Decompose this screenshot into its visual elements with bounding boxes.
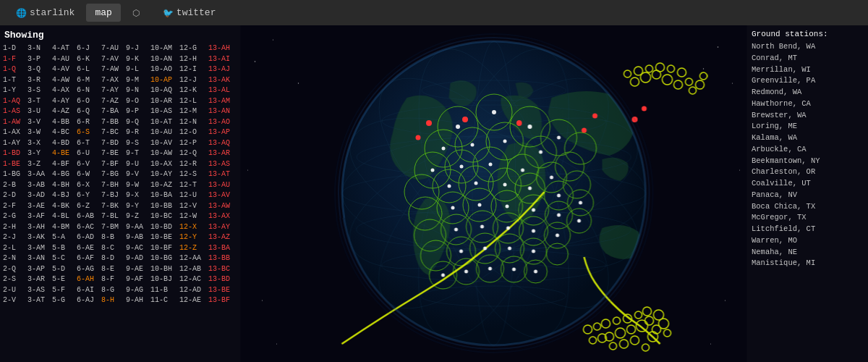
ground-station-item[interactable]: Coalville, UT	[752, 178, 865, 190]
satellite-item[interactable]: 2-F	[3, 201, 26, 212]
satellite-item[interactable]: 9-AE	[126, 264, 149, 275]
satellite-item[interactable]: 3-V	[27, 117, 51, 128]
satellite-item[interactable]: 4-BL	[52, 211, 75, 222]
satellite-item[interactable]: 4-AT	[52, 43, 75, 54]
satellite-item[interactable]: 4-BB	[52, 117, 75, 128]
satellite-item[interactable]: 6-V	[77, 159, 100, 170]
satellite-item[interactable]: 3-U	[27, 106, 51, 117]
satellite-item[interactable]: 2-H	[3, 222, 26, 233]
satellite-item[interactable]: 8-C	[101, 243, 124, 254]
nav-twitter[interactable]: twitter	[154, 4, 225, 22]
satellite-item[interactable]: 12-P	[179, 138, 207, 149]
satellite-item[interactable]: 9-O	[126, 96, 149, 107]
ground-station-item[interactable]: Beekmantown, NY	[752, 156, 865, 167]
satellite-item[interactable]: 13-AO	[208, 117, 236, 128]
satellite-item[interactable]: 4-AZ	[52, 106, 75, 117]
satellite-item[interactable]: 4-AW	[52, 75, 75, 86]
satellite-item[interactable]: 10-BA	[150, 190, 178, 201]
satellite-item[interactable]: 9-W	[126, 180, 149, 191]
satellite-item[interactable]: 10-AZ	[150, 180, 178, 191]
satellite-item[interactable]: 12-I	[179, 64, 207, 75]
satellite-item[interactable]: 1-AX	[3, 127, 26, 138]
satellite-item[interactable]: 5-A	[52, 232, 75, 243]
satellite-item[interactable]: 12-X	[179, 222, 207, 233]
satellite-item[interactable]: 7-BC	[101, 127, 124, 138]
satellite-item[interactable]: 10-AU	[150, 127, 178, 138]
satellite-item[interactable]: 10-AV	[150, 138, 178, 149]
satellite-item[interactable]: 7-AZ	[101, 96, 124, 107]
satellite-item[interactable]: 2-B	[3, 180, 26, 191]
satellite-item[interactable]: 12-N	[179, 117, 207, 128]
satellite-item[interactable]: 10-AQ	[150, 85, 178, 96]
satellite-item[interactable]: 6-M	[77, 75, 100, 86]
satellite-item[interactable]: 10-AR	[150, 96, 178, 107]
satellite-item[interactable]: 10-AS	[150, 106, 178, 117]
satellite-item[interactable]: 13-AM	[208, 96, 236, 107]
satellite-item[interactable]: 1-AQ	[3, 96, 26, 107]
satellite-item[interactable]: 10-BF	[150, 243, 178, 254]
satellite-item[interactable]: 1-AS	[3, 106, 26, 117]
satellite-item[interactable]: 4-BC	[52, 127, 75, 138]
satellite-item[interactable]: 9-AA	[126, 222, 149, 233]
satellite-item[interactable]: 12-U	[179, 190, 207, 201]
satellite-item[interactable]: 3-AM	[27, 243, 51, 254]
satellite-item[interactable]: 4-BG	[52, 169, 75, 180]
globe-container[interactable]	[239, 25, 749, 362]
satellite-item[interactable]: 6-J	[77, 43, 100, 54]
satellite-item[interactable]: 7-BF	[101, 159, 124, 170]
satellite-item[interactable]: 12-T	[179, 180, 207, 191]
satellite-item[interactable]: 8-E	[101, 264, 124, 275]
satellite-item[interactable]: 9-N	[126, 85, 149, 96]
satellite-item[interactable]: 10-AY	[150, 169, 178, 180]
satellite-item[interactable]: 7-AW	[101, 64, 124, 75]
ground-station-item[interactable]: Manistique, MI	[752, 258, 865, 269]
satellite-item[interactable]: 9-P	[126, 106, 149, 117]
satellite-item[interactable]: 12-L	[179, 96, 207, 107]
satellite-item[interactable]: 3-AH	[27, 222, 51, 233]
satellite-item[interactable]: 10-BB	[150, 201, 178, 212]
satellite-item[interactable]: 4-BH	[52, 180, 75, 191]
satellite-item[interactable]: 9-L	[126, 64, 149, 75]
satellite-item[interactable]: 2-V	[3, 295, 26, 306]
satellite-item[interactable]: 9-AH	[126, 295, 149, 306]
satellite-item[interactable]: 1-BE	[3, 159, 26, 170]
satellite-item[interactable]: 5-D	[52, 264, 75, 275]
satellite-item[interactable]: 4-BD	[52, 138, 75, 149]
satellite-item[interactable]: 5-B	[52, 243, 75, 254]
satellite-item[interactable]: 13-BF	[208, 295, 236, 306]
satellite-item[interactable]: 3-T	[27, 96, 51, 107]
satellite-item[interactable]: 2-N	[3, 253, 26, 264]
satellite-item[interactable]: 12-Z	[179, 243, 207, 254]
satellite-item[interactable]: 3-AD	[27, 190, 51, 201]
satellite-item[interactable]: 9-Y	[126, 201, 149, 212]
satellite-item[interactable]: 4-BK	[52, 201, 75, 212]
satellite-item[interactable]: 3-Z	[27, 159, 51, 170]
satellite-item[interactable]: 13-AX	[208, 211, 236, 222]
satellite-item[interactable]: 2-J	[3, 232, 26, 243]
satellite-item[interactable]: 6-L	[77, 64, 100, 75]
satellite-item[interactable]: 13-AR	[208, 148, 236, 159]
satellite-item[interactable]: 12-V	[179, 201, 207, 212]
satellite-item[interactable]: 13-BD	[208, 274, 236, 285]
satellite-item[interactable]: 10-BH	[150, 264, 178, 275]
satellite-item[interactable]: 10-AP	[150, 75, 178, 86]
satellite-item[interactable]: 6-Q	[77, 106, 100, 117]
satellite-item[interactable]: 6-AJ	[77, 295, 100, 306]
satellite-item[interactable]: 13-AI	[208, 54, 236, 65]
satellite-item[interactable]: 12-Y	[179, 232, 207, 243]
ground-station-item[interactable]: Nemaha, NE	[752, 247, 865, 258]
satellite-item[interactable]: 9-X	[126, 190, 149, 201]
satellite-item[interactable]: 3-AS	[27, 285, 51, 296]
satellite-item[interactable]: 6-X	[77, 180, 100, 191]
satellite-item[interactable]: 4-BF	[52, 159, 75, 170]
nav-map[interactable]: map	[86, 4, 120, 22]
satellite-item[interactable]: 4-AX	[52, 85, 75, 96]
satellite-item[interactable]: 2-G	[3, 211, 26, 222]
satellite-item[interactable]: 9-Z	[126, 211, 149, 222]
satellite-item[interactable]: 12-W	[179, 211, 207, 222]
satellite-item[interactable]: 6-Z	[77, 201, 100, 212]
satellite-item[interactable]: 10-AO	[150, 64, 178, 75]
ground-station-item[interactable]: Litchfield, CT	[752, 224, 865, 235]
satellite-item[interactable]: 7-BE	[101, 148, 124, 159]
satellite-item[interactable]: 11-B	[150, 285, 178, 296]
